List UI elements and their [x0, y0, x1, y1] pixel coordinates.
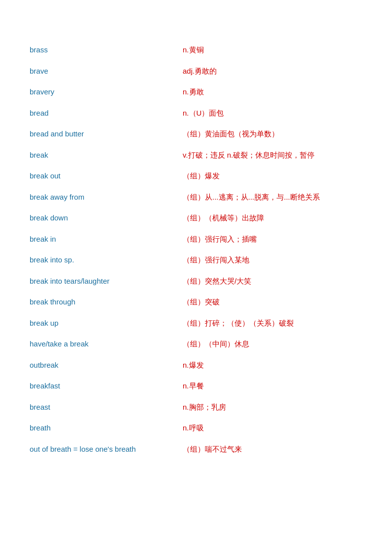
vocab-term: bread [30, 108, 183, 119]
vocab-def: （组）突破 [183, 297, 362, 308]
vocab-row: bread and butter（组）黄油面包（视为单数） [30, 124, 362, 145]
vocab-row: brassn.黄铜 [30, 40, 362, 61]
vocab-row: break through（组）突破 [30, 292, 362, 313]
vocab-row: break into sp.（组）强行闯入某地 [30, 250, 362, 271]
vocab-def: （组）打碎；（使）（关系）破裂 [183, 318, 362, 329]
vocab-term: bread and butter [30, 128, 183, 140]
vocab-row: break away from（组）从...逃离；从...脱离，与...断绝关系 [30, 187, 362, 208]
vocab-list: brassn.黄铜braveadj.勇敢的braveryn.勇敢breadn.（… [30, 40, 362, 460]
vocab-term: break in [30, 234, 183, 245]
vocab-def: （组）爆发 [183, 171, 362, 182]
vocab-row: outbreakn.爆发 [30, 355, 362, 376]
vocab-def: n.胸部；乳房 [183, 402, 362, 413]
vocab-term: brave [30, 66, 183, 77]
vocab-term: break down [30, 213, 183, 224]
vocab-row: braveryn.勇敢 [30, 82, 362, 103]
vocab-term: break out [30, 171, 183, 182]
vocab-term: break through [30, 297, 183, 308]
vocab-def: n.黄铜 [183, 44, 362, 56]
vocab-def: n.（U）面包 [183, 108, 362, 119]
vocab-def: n.爆发 [183, 360, 362, 371]
vocab-term: breast [30, 402, 183, 413]
vocab-def: v.打破；违反 n.破裂；休息时间按，暂停 [183, 150, 362, 161]
vocab-term: brass [30, 44, 183, 56]
vocab-term: break into tears/laughter [30, 276, 183, 287]
vocab-term: breath [30, 423, 183, 434]
vocab-row: break up（组）打碎；（使）（关系）破裂 [30, 313, 362, 334]
vocab-def: （组）突然大哭/大笑 [183, 276, 362, 287]
vocab-def: （组）从...逃离；从...脱离，与...断绝关系 [183, 192, 362, 203]
vocab-def: n.勇敢 [183, 86, 362, 98]
vocab-row: break into tears/laughter（组）突然大哭/大笑 [30, 271, 362, 292]
vocab-row: break in（组）强行闯入；插嘴 [30, 229, 362, 250]
vocab-term: break [30, 150, 183, 161]
vocab-term: break up [30, 318, 183, 329]
vocab-term: break away from [30, 192, 183, 203]
vocab-def: （组）喘不过气来 [183, 444, 362, 455]
vocab-def: （组）强行闯入某地 [183, 255, 362, 266]
vocab-term: breakfast [30, 381, 183, 392]
vocab-row: breastn.胸部；乳房 [30, 397, 362, 418]
vocab-row: breakv.打破；违反 n.破裂；休息时间按，暂停 [30, 145, 362, 166]
vocab-term: break into sp. [30, 255, 183, 266]
vocab-row: breadn.（U）面包 [30, 103, 362, 124]
vocab-term: out of breath = lose one's breath [30, 444, 183, 455]
vocab-def: （组）强行闯入；插嘴 [183, 234, 362, 245]
vocab-row: breathn.呼吸 [30, 418, 362, 439]
vocab-row: out of breath = lose one's breath（组）喘不过气… [30, 439, 362, 460]
vocab-row: break down（组）（机械等）出故障 [30, 208, 362, 229]
vocab-term: bravery [30, 86, 183, 98]
vocab-term: have/take a break [30, 339, 183, 350]
vocab-def: n.早餐 [183, 381, 362, 392]
vocab-def: n.呼吸 [183, 423, 362, 434]
vocab-term: outbreak [30, 360, 183, 371]
vocab-def: adj.勇敢的 [183, 66, 362, 77]
vocab-row: break out（组）爆发 [30, 166, 362, 187]
vocab-row: breakfastn.早餐 [30, 376, 362, 397]
vocab-row: braveadj.勇敢的 [30, 61, 362, 82]
vocab-row: have/take a break（组）（中间）休息 [30, 334, 362, 355]
vocab-def: （组）黄油面包（视为单数） [183, 128, 362, 140]
vocab-def: （组）（中间）休息 [183, 339, 362, 350]
vocab-def: （组）（机械等）出故障 [183, 213, 362, 224]
